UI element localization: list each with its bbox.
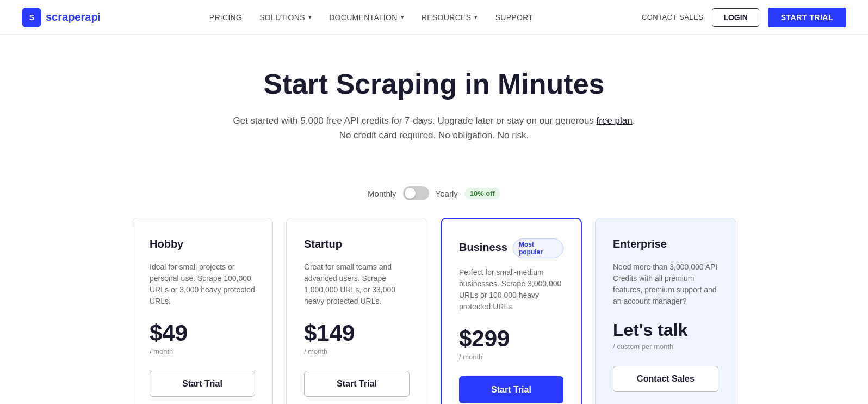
- documentation-chevron-icon: ▾: [401, 14, 404, 21]
- hero-title: Start Scraping in Minutes: [11, 68, 857, 100]
- logo-text-scraper: scraper: [46, 11, 85, 23]
- plan-name-enterprise: Enterprise: [613, 238, 667, 250]
- plan-header-hobby: Hobby: [150, 238, 255, 253]
- plan-cta-enterprise[interactable]: Contact Sales: [613, 366, 718, 392]
- nav-right: CONTACT SALES LOGIN START TRIAL: [642, 8, 846, 27]
- plan-price-hobby: $49: [150, 320, 255, 346]
- plan-card-hobby: Hobby Ideal for small projects or person…: [132, 218, 273, 404]
- plan-desc-business: Perfect for small-medium businesses. Scr…: [459, 267, 563, 313]
- plan-period-hobby: / month: [150, 347, 255, 356]
- plan-desc-startup: Great for small teams and advanced users…: [304, 261, 410, 307]
- plan-cta-hobby[interactable]: Start Trial: [150, 371, 255, 397]
- plan-header-startup: Startup: [304, 238, 410, 253]
- start-trial-nav-button[interactable]: START TRIAL: [768, 8, 846, 27]
- plan-desc-hobby: Ideal for small projects or personal use…: [150, 261, 255, 307]
- hero-subtitle-text-3: No credit card required. No obligation. …: [339, 130, 529, 140]
- plan-price-business: $299: [459, 326, 563, 352]
- nav-links: PRICING SOLUTIONS ▾ DOCUMENTATION ▾ RESO…: [209, 13, 533, 22]
- billing-toggle-row: Monthly Yearly 10% off: [0, 186, 868, 200]
- plan-card-business: Business Most popular Perfect for small-…: [441, 218, 582, 404]
- hero-subtitle-text-1: Get started with 5,000 free API credits …: [233, 115, 594, 126]
- navbar: S scraperapi PRICING SOLUTIONS ▾ DOCUMEN…: [0, 0, 868, 35]
- plan-card-enterprise: Enterprise Need more than 3,000,000 API …: [595, 218, 736, 404]
- plan-name-startup: Startup: [304, 238, 342, 250]
- yearly-label: Yearly: [436, 189, 458, 198]
- plan-header-enterprise: Enterprise: [613, 238, 718, 253]
- logo-icon: S: [22, 8, 41, 27]
- plan-period-startup: / month: [304, 347, 410, 356]
- plan-name-hobby: Hobby: [150, 238, 183, 250]
- pricing-section: Hobby Ideal for small projects or person…: [108, 218, 760, 404]
- hero-section: Start Scraping in Minutes Get started wi…: [0, 35, 868, 164]
- plan-cta-business[interactable]: Start Trial: [459, 376, 563, 403]
- hero-subtitle: Get started with 5,000 free API credits …: [11, 113, 857, 143]
- nav-resources[interactable]: RESOURCES ▾: [421, 13, 478, 22]
- billing-toggle[interactable]: [403, 186, 429, 200]
- plan-cta-startup[interactable]: Start Trial: [304, 371, 410, 397]
- solutions-chevron-icon: ▾: [308, 14, 312, 21]
- login-button[interactable]: LOGIN: [712, 8, 759, 27]
- nav-support[interactable]: SUPPORT: [495, 13, 534, 22]
- free-plan-link[interactable]: free plan: [597, 115, 633, 126]
- lets-talk-text: Let's talk: [613, 320, 718, 340]
- plan-header-business: Business Most popular: [459, 238, 563, 258]
- nav-solutions[interactable]: SOLUTIONS ▾: [259, 13, 312, 22]
- most-popular-badge: Most popular: [513, 238, 563, 258]
- plan-period-business: / month: [459, 353, 563, 361]
- resources-chevron-icon: ▾: [474, 14, 478, 21]
- discount-badge: 10% off: [464, 188, 500, 199]
- plan-period-enterprise: / custom per month: [613, 342, 718, 351]
- plan-card-startup: Startup Great for small teams and advanc…: [286, 218, 427, 404]
- logo-text: scraperapi: [46, 11, 101, 23]
- monthly-label: Monthly: [368, 189, 396, 198]
- nav-documentation[interactable]: DOCUMENTATION ▾: [329, 13, 404, 22]
- logo[interactable]: S scraperapi: [22, 8, 101, 27]
- plan-price-startup: $149: [304, 320, 410, 346]
- nav-pricing[interactable]: PRICING: [209, 13, 242, 22]
- plan-name-business: Business: [459, 241, 507, 254]
- plan-desc-enterprise: Need more than 3,000,000 API Credits wit…: [613, 261, 718, 307]
- contact-sales-link[interactable]: CONTACT SALES: [642, 13, 704, 21]
